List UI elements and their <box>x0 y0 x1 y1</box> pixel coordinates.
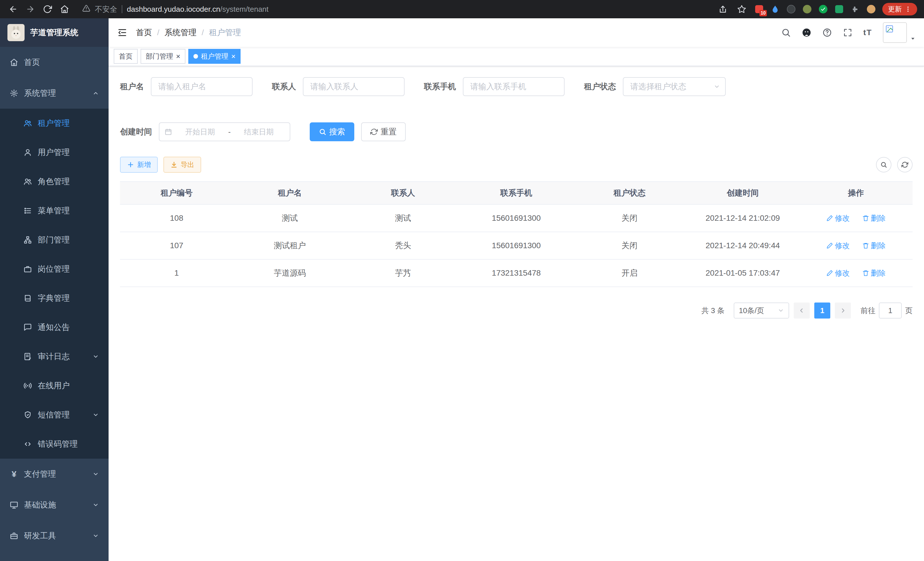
status-select[interactable]: 请选择租户状态 <box>623 77 726 96</box>
sidebar-item-label: 通知公告 <box>38 322 70 333</box>
date-range-picker[interactable]: 开始日期 - 结束日期 <box>159 122 290 141</box>
refresh-table-button[interactable] <box>897 157 913 172</box>
close-icon[interactable]: × <box>176 53 180 60</box>
field-label: 租户状态 <box>584 81 616 92</box>
profile-avatar-icon[interactable] <box>866 4 876 14</box>
cell-phone: 15601691300 <box>460 232 573 259</box>
filter-tenant-name: 租户名 <box>120 77 253 96</box>
tab-tenant-management[interactable]: 租户管理× <box>188 49 241 64</box>
sidebar-item-dict-management[interactable]: 字典管理 <box>0 284 109 313</box>
sidebar-item-payment[interactable]: ¥ 支付管理 <box>0 459 109 490</box>
extensions-puzzle-icon[interactable] <box>850 4 860 14</box>
filter-create-time: 创建时间 开始日期 - 结束日期 <box>120 122 290 141</box>
sidebar-item-label: 审计日志 <box>38 351 70 362</box>
sidebar-item-home[interactable]: 首页 <box>0 47 109 78</box>
back-icon[interactable] <box>6 2 21 17</box>
update-button[interactable]: 更新 <box>882 3 917 15</box>
tab-home[interactable]: 首页 <box>114 49 138 64</box>
delete-label: 删除 <box>871 268 886 278</box>
app-body: 芋道管理系统 首页 系统管理 租户管理 <box>0 18 924 561</box>
active-dot <box>194 54 198 59</box>
tenant-name-input[interactable] <box>151 77 253 96</box>
delete-button[interactable]: 删除 <box>862 268 886 278</box>
sidebar-item-system[interactable]: 系统管理 <box>0 78 109 109</box>
sidebar-item-dept-management[interactable]: 部门管理 <box>0 225 109 254</box>
cell-actions: 修改 删除 <box>800 232 913 259</box>
prev-page-button[interactable] <box>794 302 810 319</box>
logo[interactable]: 芋道管理系统 <box>0 18 109 47</box>
sidebar-item-errorcode-management[interactable]: 错误码管理 <box>0 429 109 459</box>
font-size-icon[interactable]: tT <box>863 28 872 37</box>
extension-icon-4[interactable] <box>802 4 812 14</box>
sidebar-item-sms-management[interactable]: 短信管理 <box>0 400 109 429</box>
tab-dept-management[interactable]: 部门管理× <box>141 49 185 64</box>
contact-input[interactable] <box>303 77 405 96</box>
extension-icon-3[interactable] <box>786 4 796 14</box>
breadcrumb-home[interactable]: 首页 <box>136 27 152 38</box>
edit-button[interactable]: 修改 <box>826 268 850 278</box>
search-button[interactable]: 搜索 <box>310 122 354 141</box>
sidebar-item-post-management[interactable]: 岗位管理 <box>0 254 109 284</box>
sidebar-item-audit-log[interactable]: 审计日志 <box>0 342 109 371</box>
goto-page-input[interactable] <box>879 302 902 319</box>
monitor-icon <box>10 501 18 509</box>
document-icon <box>23 352 32 361</box>
delete-button[interactable]: 删除 <box>862 213 886 223</box>
edit-button[interactable]: 修改 <box>826 213 850 223</box>
sidebar-item-role-management[interactable]: 角色管理 <box>0 167 109 196</box>
reload-icon[interactable] <box>40 2 55 17</box>
page-size-select[interactable]: 10条/页 <box>734 302 789 319</box>
sidebar-item-notice[interactable]: 通知公告 <box>0 313 109 342</box>
extension-icon-2[interactable] <box>770 4 780 14</box>
sidebar-item-label: 在线用户 <box>38 380 70 391</box>
url-bar[interactable]: 不安全 dashboard.yudao.iocoder.cn/system/te… <box>74 4 714 14</box>
url-text[interactable]: dashboard.yudao.iocoder.cn/system/tenant <box>127 5 268 14</box>
extension-icon-6[interactable] <box>834 4 844 14</box>
github-icon[interactable] <box>802 28 812 38</box>
cell-contact: 芋艿 <box>346 259 460 287</box>
table-row: 108 测试 测试 15601691300 关闭 2021-12-14 21:0… <box>120 205 913 232</box>
total-count: 共 3 条 <box>701 306 724 316</box>
extension-icon-1[interactable]: 10 <box>754 4 764 14</box>
delete-button[interactable]: 删除 <box>862 241 886 251</box>
hamburger-icon[interactable] <box>109 27 136 38</box>
browser-home-icon[interactable] <box>57 2 72 17</box>
reset-button[interactable]: 重置 <box>361 122 406 141</box>
sidebar-item-tenant-management[interactable]: 租户管理 <box>0 109 109 138</box>
close-icon[interactable]: × <box>231 53 236 60</box>
breadcrumb-system[interactable]: 系统管理 <box>165 27 196 38</box>
fullscreen-icon[interactable] <box>843 28 853 38</box>
sidebar-item-label: 用户管理 <box>38 147 70 158</box>
next-page-button[interactable] <box>835 302 851 319</box>
edit-button[interactable]: 修改 <box>826 241 850 251</box>
sidebar-item-infrastructure[interactable]: 基础设施 <box>0 490 109 520</box>
sidebar-item-label: 错误码管理 <box>38 439 78 450</box>
extension-icon-5[interactable] <box>818 4 828 14</box>
navbar: 首页 / 系统管理 / 租户管理 tT <box>109 18 924 47</box>
sidebar-item-devtools[interactable]: 研发工具 <box>0 520 109 551</box>
sidebar-item-menu-management[interactable]: 菜单管理 <box>0 196 109 225</box>
table-row: 1 芋道源码 芋艿 17321315478 开启 2021-01-05 17:0… <box>120 259 913 287</box>
sidebar-item-user-management[interactable]: 用户管理 <box>0 138 109 167</box>
goto-page: 前往 页 <box>861 302 913 319</box>
sidebar-item-online-users[interactable]: 在线用户 <box>0 371 109 400</box>
help-icon[interactable] <box>822 28 832 38</box>
caret-down-icon[interactable] <box>910 35 916 43</box>
chevron-down-icon <box>714 83 720 90</box>
add-button[interactable]: 新增 <box>120 157 158 173</box>
search-icon[interactable] <box>781 28 791 38</box>
screen: 不安全 dashboard.yudao.iocoder.cn/system/te… <box>0 0 924 561</box>
user-menu[interactable] <box>883 22 916 43</box>
field-label: 创建时间 <box>120 126 152 137</box>
security-label[interactable]: 不安全 <box>95 4 117 14</box>
forward-icon[interactable] <box>23 2 38 17</box>
export-button[interactable]: 导出 <box>164 157 201 173</box>
bookmark-star-icon[interactable] <box>735 3 748 15</box>
toggle-search-button[interactable] <box>876 157 891 172</box>
page-number-current[interactable]: 1 <box>814 302 830 319</box>
trash-icon <box>862 270 869 277</box>
share-icon[interactable] <box>717 3 729 15</box>
cell-status: 关闭 <box>573 205 686 232</box>
avatar[interactable] <box>883 22 907 43</box>
phone-input[interactable] <box>463 77 565 96</box>
